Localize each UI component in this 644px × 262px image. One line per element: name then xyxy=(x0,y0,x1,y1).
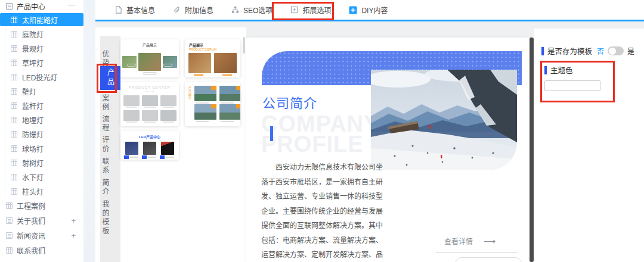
grid-icon xyxy=(6,247,13,254)
sidebar-item-wall-light[interactable]: 壁灯 xyxy=(0,84,83,98)
sidebar-header[interactable]: 产品中心 — xyxy=(0,0,83,13)
grid-icon xyxy=(6,202,13,209)
sidebar-section-about[interactable]: 关于我们 + xyxy=(0,213,83,228)
page: 产品中心 — 太阳能路灯 庭院灯 景观灯 草坪灯 LED投光灯 壁灯 xyxy=(0,0,644,262)
view-details-link[interactable]: 查看详情 ⟶ xyxy=(444,236,496,246)
category-sidebar: 产品中心 — 太阳能路灯 庭院灯 景观灯 草坪灯 LED投光灯 壁灯 xyxy=(0,0,83,262)
plus-square-icon xyxy=(290,6,298,14)
watermark-text: COMPANY PROFILE xyxy=(261,114,379,154)
tab-extended-options[interactable]: 拓展选项 xyxy=(284,0,337,20)
accent-bar xyxy=(270,126,273,141)
thumb-image xyxy=(138,53,161,71)
sidebar-item-column-light[interactable]: 柱头灯 xyxy=(0,184,83,198)
thumb-image xyxy=(161,142,174,155)
thumb-image xyxy=(219,104,240,120)
sidebar-item-buried-light[interactable]: 地埋灯 xyxy=(0,113,83,127)
top-tab-bar: 基本信息 附加信息 SEO选项 拓展选项 DIY内容 xyxy=(95,0,644,20)
thumb-image xyxy=(194,86,216,101)
module-tab-strip: 优势 产品 案例 流程 评价 联系 简介 我的模板 xyxy=(100,36,120,262)
thumb-image xyxy=(188,53,211,73)
module-tab-case[interactable]: 案例 xyxy=(100,94,120,112)
thumbnail-scrollbar[interactable] xyxy=(243,37,245,54)
expand-icon[interactable]: + xyxy=(71,231,76,240)
module-panel: 优势 产品 案例 流程 评价 联系 简介 我的模板 产品展示 · · · xyxy=(95,27,246,262)
sidebar-item-pole-light[interactable]: 监杆灯 xyxy=(0,98,83,113)
sidebar-item-landscape-light[interactable]: 景观灯 xyxy=(0,41,83,55)
sidebar-item-underwater-light[interactable]: 水下灯 xyxy=(0,170,83,184)
template-thumbnail-scenery[interactable]: 产品展示 xyxy=(185,82,240,126)
tab-additional-info[interactable]: 附加信息 xyxy=(167,0,219,20)
section-marker xyxy=(544,66,547,74)
grid-icon xyxy=(11,131,17,138)
module-tab-my-templates[interactable]: 我的模板 xyxy=(100,200,120,236)
sidebar-item-lawn-light[interactable]: 草坪灯 xyxy=(0,55,83,70)
active-tab-underline xyxy=(95,20,644,21)
grid-icon xyxy=(11,102,17,109)
theme-color-input[interactable] xyxy=(544,80,600,91)
template-thumbnail-product-grid[interactable]: PRODUCT CENTER — · — xyxy=(120,82,179,126)
sidebar-title: 产品中心 xyxy=(17,1,45,11)
tab-seo-options[interactable]: SEO选项 xyxy=(225,0,278,20)
canvas-scrollbar[interactable] xyxy=(530,38,534,262)
mountain-photo xyxy=(371,70,517,170)
thumb-image xyxy=(123,95,140,106)
grid-icon xyxy=(11,145,17,152)
sidebar-item-tree-light[interactable]: 射树灯 xyxy=(0,155,83,170)
sidebar-section-projects[interactable]: 工程案例 xyxy=(0,198,83,213)
sidebar-section-news[interactable]: 新闻资讯 + xyxy=(0,228,83,243)
sidebar-item-explosionproof-light[interactable]: 防爆灯 xyxy=(0,127,83,141)
save-template-toggle[interactable] xyxy=(608,46,624,55)
menu-list-icon xyxy=(6,217,13,224)
grid-icon xyxy=(11,17,17,23)
paperclip-icon xyxy=(173,6,181,14)
grid-icon xyxy=(11,74,17,80)
menu-list-icon xyxy=(6,232,13,239)
thumb-image xyxy=(160,95,177,106)
thumb-image xyxy=(142,95,158,106)
thumb-image xyxy=(125,142,138,155)
company-intro-paragraph: 西安动力无限信息技术有限公司坐落于西安市雁塔区，是一家拥有自主研发、独立运营、专… xyxy=(261,160,383,262)
module-tab-product[interactable]: 产品 xyxy=(100,66,120,90)
grid-icon xyxy=(11,31,17,38)
module-tab-process[interactable]: 流程 xyxy=(100,115,120,133)
section-title: 公司简介 xyxy=(262,92,317,111)
tab-basic-info[interactable]: 基本信息 xyxy=(109,0,161,20)
diy-plus-square-icon xyxy=(349,6,357,14)
collapse-icon[interactable]: — xyxy=(68,1,75,9)
grid-icon xyxy=(11,60,17,66)
sidebar-item-solar-street-light[interactable]: 太阳能路灯 xyxy=(0,13,83,26)
settings-panel: 是否存为模板 否 是 主题色 xyxy=(534,29,644,262)
module-tab-contact[interactable]: 联系 xyxy=(100,157,120,175)
grid-icon xyxy=(11,174,17,180)
sidebar-section-contact[interactable]: 联系我们 xyxy=(0,243,83,258)
toggle-knob xyxy=(609,48,616,55)
diy-preview-canvas[interactable]: COMPANY PROFILE 公司简介 xyxy=(246,38,530,262)
template-thumbnail-machines[interactable]: LED产品中心 xyxy=(120,131,179,160)
next-section-peek xyxy=(455,257,522,262)
arrow-right-icon: ⟶ xyxy=(484,236,496,246)
sidebar-item-courtyard-light[interactable]: 庭院灯 xyxy=(0,27,83,41)
template-thumbnail-plants[interactable]: 产品展示 · · · xyxy=(120,39,179,77)
thumb-image xyxy=(142,110,158,121)
document-icon xyxy=(114,6,122,14)
thumb-image xyxy=(123,110,140,121)
grid-icon xyxy=(11,160,17,166)
module-tab-advantage[interactable]: 优势 xyxy=(100,50,120,68)
save-as-template-label: 是否存为模板 xyxy=(547,45,592,57)
menu-list-icon xyxy=(6,3,13,10)
grid-icon xyxy=(11,88,17,95)
sitemap-icon xyxy=(231,6,239,14)
thumb-image xyxy=(160,110,177,121)
module-tab-review[interactable]: 评价 xyxy=(100,136,120,154)
toggle-off-label: 否 xyxy=(597,46,604,56)
thumb-image xyxy=(219,86,240,101)
tab-diy-content[interactable]: DIY内容 xyxy=(343,0,394,20)
sidebar-item-led-floodlight[interactable]: LED投光灯 xyxy=(0,70,83,84)
module-tab-intro[interactable]: 简介 xyxy=(100,179,120,196)
grid-icon xyxy=(11,188,17,195)
expand-icon[interactable]: + xyxy=(71,216,76,225)
grid-icon xyxy=(11,45,17,52)
template-thumbnail-food[interactable]: 产品展示 PRODUCT DISPLAY xyxy=(185,39,240,77)
sidebar-item-stadium-light[interactable]: 球场打 xyxy=(0,141,83,155)
theme-color-label: 主题色 xyxy=(550,64,573,76)
